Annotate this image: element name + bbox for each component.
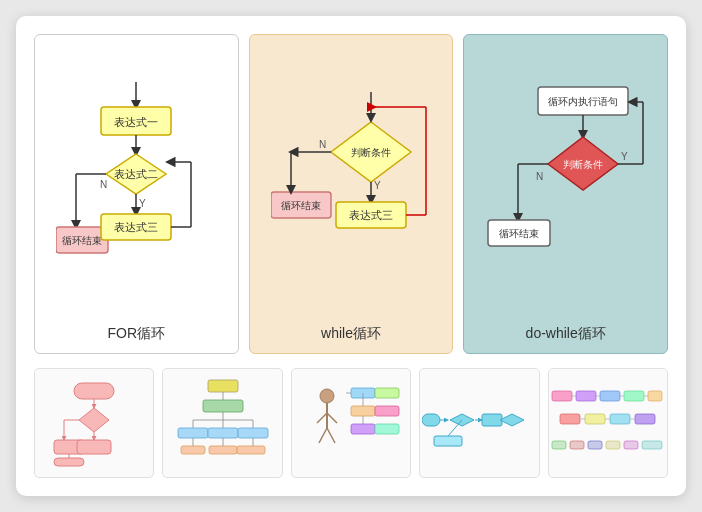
svg-point-80: [320, 389, 334, 403]
svg-rect-96: [422, 414, 440, 426]
svg-rect-122: [570, 441, 584, 449]
svg-rect-73: [238, 428, 268, 438]
svg-rect-124: [606, 441, 620, 449]
while-loop-card[interactable]: 判断条件 N 循环结束 Y 表达式: [249, 34, 454, 354]
for-loop-card[interactable]: 表达式一 表达式二 N 循环结束 Y: [34, 34, 239, 354]
while-loop-diagram: 判断条件 N 循环结束 Y 表达式: [260, 45, 443, 319]
svg-text:表达式一: 表达式一: [114, 116, 158, 128]
svg-rect-121: [552, 441, 566, 449]
svg-text:表达式三: 表达式三: [114, 221, 158, 233]
thumbnail-4[interactable]: [419, 368, 539, 478]
dowhile-loop-diagram: 循环内执行语句 判断条件 Y N: [474, 45, 657, 319]
thumbnail-3[interactable]: [291, 368, 411, 478]
for-loop-diagram: 表达式一 表达式二 N 循环结束 Y: [45, 45, 228, 319]
svg-rect-116: [610, 414, 630, 424]
svg-marker-55: [79, 408, 109, 432]
svg-rect-90: [351, 424, 375, 434]
svg-rect-108: [624, 391, 644, 401]
svg-rect-75: [181, 446, 205, 454]
svg-rect-63: [208, 380, 238, 392]
svg-rect-114: [560, 414, 580, 424]
bottom-thumbnails: [34, 368, 668, 478]
svg-text:判断条件: 判断条件: [563, 159, 603, 170]
svg-text:循环结束: 循环结束: [499, 228, 539, 239]
svg-rect-53: [74, 383, 114, 399]
svg-marker-102: [500, 414, 524, 426]
svg-text:表达式三: 表达式三: [349, 209, 393, 221]
svg-rect-117: [635, 414, 655, 424]
main-container: 表达式一 表达式二 N 循环结束 Y: [16, 16, 686, 496]
svg-rect-105: [552, 391, 572, 401]
svg-text:Y: Y: [374, 180, 381, 191]
svg-text:循环内执行语句: 循环内执行语句: [548, 96, 618, 107]
svg-text:N: N: [319, 139, 326, 150]
svg-rect-104: [434, 436, 462, 446]
svg-text:判断条件: 判断条件: [351, 147, 391, 158]
for-loop-label: FOR循环: [108, 325, 166, 343]
svg-rect-123: [588, 441, 602, 449]
svg-text:N: N: [536, 171, 543, 182]
top-section: 表达式一 表达式二 N 循环结束 Y: [34, 34, 668, 354]
svg-text:循环结束: 循环结束: [281, 200, 321, 211]
svg-rect-87: [375, 388, 399, 398]
svg-rect-89: [375, 406, 399, 416]
svg-line-83: [327, 413, 337, 423]
svg-rect-79: [237, 446, 265, 454]
svg-text:Y: Y: [139, 198, 146, 209]
svg-rect-60: [77, 440, 111, 454]
svg-rect-65: [203, 400, 243, 412]
svg-text:表达式二: 表达式二: [114, 168, 158, 180]
svg-line-85: [327, 428, 335, 443]
svg-rect-88: [351, 406, 375, 416]
svg-text:N: N: [100, 179, 107, 190]
svg-rect-107: [600, 391, 620, 401]
svg-rect-126: [642, 441, 662, 449]
dowhile-loop-card[interactable]: 循环内执行语句 判断条件 Y N: [463, 34, 668, 354]
svg-rect-106: [576, 391, 596, 401]
thumbnail-5[interactable]: [548, 368, 668, 478]
thumbnail-2[interactable]: [162, 368, 282, 478]
svg-rect-115: [585, 414, 605, 424]
svg-rect-62: [54, 458, 84, 466]
thumbnail-1[interactable]: [34, 368, 154, 478]
svg-rect-72: [208, 428, 238, 438]
svg-rect-125: [624, 441, 638, 449]
svg-text:Y: Y: [621, 151, 628, 162]
dowhile-loop-label: do-while循环: [526, 325, 606, 343]
svg-rect-109: [648, 391, 662, 401]
svg-rect-77: [209, 446, 237, 454]
svg-line-84: [319, 428, 327, 443]
svg-rect-71: [178, 428, 208, 438]
while-loop-label: while循环: [321, 325, 381, 343]
svg-rect-91: [375, 424, 399, 434]
svg-text:循环结束: 循环结束: [62, 235, 102, 246]
svg-line-82: [317, 413, 327, 423]
